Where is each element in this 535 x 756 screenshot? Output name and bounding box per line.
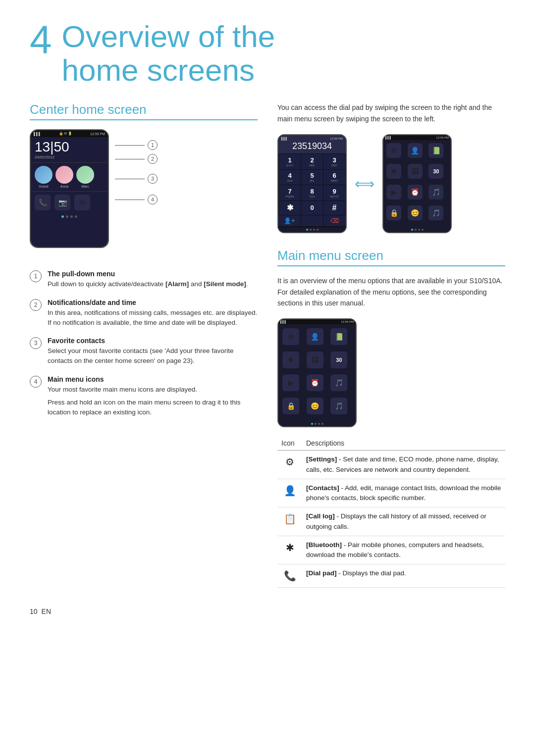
status-icons: 🔒 ✉ 🔋 bbox=[59, 132, 73, 136]
key-3[interactable]: 3DEF bbox=[323, 154, 345, 169]
item-2-title: Notifications/date and time bbox=[48, 299, 258, 306]
dot-2 bbox=[66, 215, 68, 218]
key-0[interactable]: 0 bbox=[301, 201, 323, 215]
icon-contacts: 👤 bbox=[277, 479, 302, 507]
key-1[interactable]: 1G·H·I bbox=[279, 154, 301, 169]
menu-dot-3 bbox=[418, 229, 420, 231]
contact-name-anna: Anna bbox=[55, 185, 73, 188]
table-row: ✱ [Bluetooth] - Pair mobile phones, comp… bbox=[277, 536, 505, 564]
col-icon: Icon bbox=[277, 437, 302, 451]
icon-table: Icon Descriptions ⚙ [Settings] - Set dat… bbox=[277, 437, 505, 588]
contact-2: Anna bbox=[55, 166, 73, 188]
num-badge-3: 3 bbox=[30, 337, 42, 349]
numbered-items: 1 The pull-down menu Pull down to quickl… bbox=[30, 270, 258, 417]
contact-avatar-grand bbox=[35, 166, 53, 184]
menu-cell-lock: 🔒 bbox=[386, 205, 401, 220]
key-empty bbox=[301, 215, 323, 226]
key-4[interactable]: 4GHI bbox=[279, 170, 301, 185]
num-badge-1: 1 bbox=[30, 270, 42, 282]
menu-cell-bluetooth: ✱ bbox=[386, 164, 401, 179]
dialpad-phone: ▌▌▌ 12:55 PM 23519034 1G·H·I 2ABC 3DEF 4… bbox=[277, 134, 347, 233]
item-4-desc2: Press and hold an icon on the main menu … bbox=[48, 398, 258, 418]
page-number: 10 bbox=[30, 607, 38, 615]
main-menu-section: Main menu screen It is an overview of th… bbox=[277, 248, 505, 588]
desc-dialpad: [Dial pad] - Displays the dial pad. bbox=[302, 564, 505, 588]
key-9[interactable]: 9WXYZ bbox=[323, 185, 345, 201]
key-8[interactable]: 8TUV bbox=[301, 185, 323, 201]
num-badge-4: 4 bbox=[30, 376, 42, 388]
callout-dash-4 bbox=[115, 200, 145, 200]
item-1-desc: Pull down to quickly activate/deactivate… bbox=[48, 279, 258, 289]
menu-signal: ▌▌▌ bbox=[385, 136, 392, 139]
large-cell-bluetooth: ✱ bbox=[282, 352, 299, 368]
item-2-desc: In this area, notifications of missing c… bbox=[48, 308, 258, 328]
menu-cell-face: 😊 bbox=[408, 205, 423, 220]
phone-contacts-row: Grand Anna Marc bbox=[31, 162, 108, 192]
page-layout: Center home screen ▌▌▌ 🔒 ✉ 🔋 12:55 PM 13… bbox=[30, 102, 505, 588]
dial-dot-1 bbox=[306, 229, 308, 231]
dialpad-screen: ▌▌▌ 12:55 PM 23519034 bbox=[278, 135, 346, 153]
menu-icons-grid-large: ⚙ 👤 📗 ✱ 🖼 30 ▶ ⏰ 🎵 🔒 😊 🎵 bbox=[278, 324, 356, 421]
large-cell-note: 🎵 bbox=[330, 398, 347, 414]
callout-dash-1 bbox=[115, 145, 145, 146]
menu-phone-dots-large bbox=[278, 421, 356, 426]
dial-dot-2 bbox=[310, 229, 312, 231]
callout-dash-2 bbox=[115, 159, 145, 159]
large-cell-green: 📗 bbox=[330, 328, 347, 345]
center-home-heading: Center home screen bbox=[30, 102, 258, 120]
phone-icons-row: 📞 📷 ✉ bbox=[31, 192, 108, 213]
menu-cell-settings: ⚙ bbox=[386, 143, 401, 158]
key-2[interactable]: 2ABC bbox=[301, 154, 323, 169]
item-2: 2 Notifications/date and time In this ar… bbox=[30, 299, 258, 328]
icon-dialpad: 📞 bbox=[277, 564, 302, 588]
large-cell-settings: ⚙ bbox=[282, 328, 299, 345]
desc-bluetooth: [Bluetooth] - Pair mobile phones, comput… bbox=[302, 536, 505, 564]
key-6[interactable]: 6MNO bbox=[323, 170, 345, 185]
menu-time: 12:55 PM bbox=[436, 136, 449, 139]
dial-status-time: 12:55 PM bbox=[330, 137, 343, 140]
menu-phone-status: ▌▌▌ 12:55 PM bbox=[383, 135, 451, 140]
key-star[interactable]: ✱ bbox=[279, 201, 301, 215]
callout-dash-3 bbox=[115, 179, 145, 179]
left-column: Center home screen ▌▌▌ 🔒 ✉ 🔋 12:55 PM 13… bbox=[30, 102, 258, 588]
contact-name-marc: Marc bbox=[76, 185, 94, 188]
desc-settings: [Settings] - Set date and time, ECO mode… bbox=[302, 451, 505, 479]
center-home-phone: ▌▌▌ 🔒 ✉ 🔋 12:55 PM 13|50 24/02/2012 Gran… bbox=[30, 129, 109, 248]
dial-dot-4 bbox=[317, 229, 319, 231]
key-hash[interactable]: # bbox=[323, 201, 345, 215]
large-dot-2 bbox=[315, 423, 317, 425]
menu-icons-grid-small: ⚙ 👤 📗 ✱ 🖼 30 ▶ ⏰ 🎵 🔒 😊 🎵 bbox=[383, 140, 451, 227]
phone-date: 24/02/2012 bbox=[31, 155, 108, 162]
item-1: 1 The pull-down menu Pull down to quickl… bbox=[30, 270, 258, 289]
table-row: 👤 [Contacts] - Add, edit, manage contact… bbox=[277, 479, 505, 507]
item-3-title: Favorite contacts bbox=[48, 337, 258, 345]
key-add-contact[interactable]: 👤+ bbox=[278, 215, 301, 226]
callout-1: 1 bbox=[115, 140, 158, 150]
page-language: EN bbox=[42, 607, 51, 615]
main-menu-intro: It is an overview of the menu options th… bbox=[277, 275, 505, 308]
item-1-content: The pull-down menu Pull down to quickly … bbox=[48, 270, 258, 289]
swipe-arrow-icon: ⟺ bbox=[355, 176, 374, 192]
contact-avatar-anna bbox=[55, 166, 73, 184]
title-text: Overview of the home screens bbox=[62, 20, 275, 87]
menu-phone-dots bbox=[383, 227, 451, 232]
item-3-content: Favorite contacts Select your most favor… bbox=[48, 337, 258, 366]
callout-4: 4 bbox=[115, 195, 158, 204]
menu-icon-phone: 📞 bbox=[35, 195, 51, 210]
item-3-desc: Select your most favorite contacts (see … bbox=[48, 346, 258, 366]
menu-cell-clock: ⏰ bbox=[408, 185, 423, 200]
dialpad-bottom-row: 👤+ ⌫ bbox=[278, 215, 346, 227]
key-7[interactable]: 7PQRS bbox=[279, 185, 301, 201]
contact-avatar-marc bbox=[76, 166, 94, 184]
col-desc: Descriptions bbox=[302, 437, 505, 451]
callout-circle-4: 4 bbox=[148, 195, 158, 204]
table-row: 📋 [Call log] - Displays the call history… bbox=[277, 507, 505, 536]
num-badge-2: 2 bbox=[30, 299, 42, 311]
key-5[interactable]: 5JKL bbox=[301, 170, 323, 185]
callout-3: 3 bbox=[115, 174, 158, 184]
menu-time-large: 12:55 PM bbox=[341, 320, 354, 323]
large-cell-lock: 🔒 bbox=[282, 398, 299, 414]
phone-screen: ▌▌▌ 🔒 ✉ 🔋 12:55 PM 13|50 24/02/2012 Gran… bbox=[31, 130, 108, 247]
key-backspace[interactable]: ⌫ bbox=[323, 215, 346, 226]
callout-2: 2 bbox=[115, 154, 158, 164]
